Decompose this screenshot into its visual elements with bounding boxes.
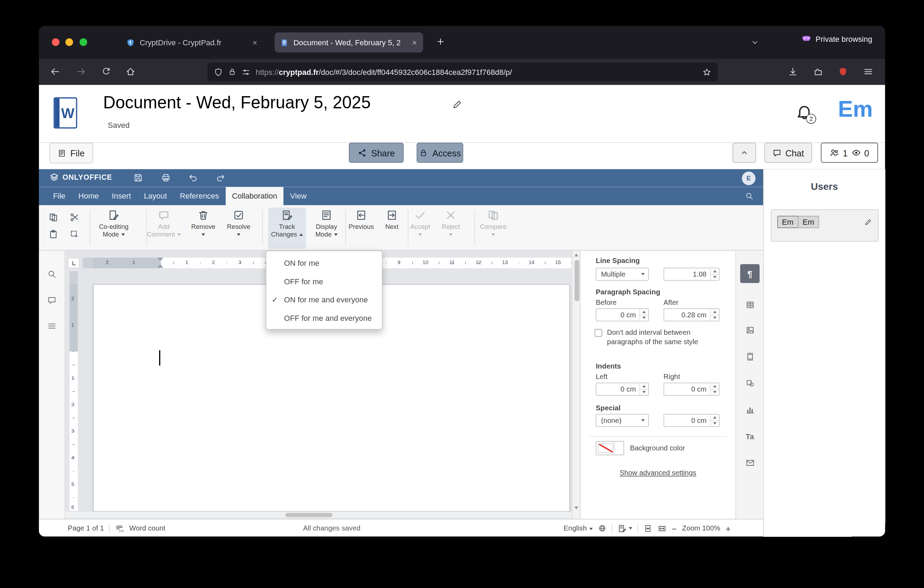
copy-icon[interactable]: [48, 212, 58, 222]
menu-tab-file[interactable]: File: [47, 187, 72, 205]
chat-button[interactable]: Chat: [764, 143, 812, 163]
navigation-headings-icon[interactable]: [47, 321, 56, 330]
track-menu-item[interactable]: OFF for me: [266, 273, 382, 291]
menu-tab-layout[interactable]: Layout: [137, 187, 173, 205]
add-comment-button[interactable]: Add Comment: [145, 208, 182, 238]
horizontal-scrollbar-thumb[interactable]: [285, 513, 332, 517]
chart-settings-tab[interactable]: [740, 401, 760, 419]
edit-users-pencil-icon[interactable]: [864, 218, 872, 226]
zoom-window-button[interactable]: [80, 38, 87, 46]
tab-close-icon[interactable]: [411, 40, 418, 46]
compare-button[interactable]: Compare: [475, 208, 512, 238]
indent-marker-left[interactable]: [157, 264, 163, 268]
file-menu-button[interactable]: File: [50, 143, 93, 164]
menu-tab-view[interactable]: View: [284, 187, 314, 205]
tab-stop-selector[interactable]: [68, 258, 80, 268]
find-icon[interactable]: [47, 269, 56, 279]
paste-icon[interactable]: [48, 229, 58, 239]
resolve-button[interactable]: Resolve: [220, 208, 257, 238]
user-tag[interactable]: Em: [777, 216, 798, 228]
reject-button[interactable]: Reject: [432, 208, 470, 238]
language-selector[interactable]: English: [564, 524, 593, 533]
line-spacing-select[interactable]: Multiple: [596, 268, 648, 281]
interval-checkbox-label[interactable]: Don't add interval betweenparagraphs of …: [607, 328, 698, 347]
notifications-bell-button[interactable]: 2: [795, 104, 818, 126]
lock-icon[interactable]: [228, 68, 236, 76]
app-menu-icon[interactable]: [863, 66, 873, 77]
indent-marker-first-line[interactable]: [157, 258, 163, 261]
coediting-mode-button[interactable]: Co-editing Mode: [95, 208, 133, 238]
spacing-after-stepper[interactable]: 0.28 cm: [663, 308, 719, 321]
spacing-before-stepper[interactable]: 0 cm: [596, 308, 648, 321]
menu-tab-insert[interactable]: Insert: [105, 187, 137, 205]
menu-tab-references[interactable]: References: [173, 187, 226, 205]
user-tag[interactable]: Em: [798, 216, 819, 228]
track-menu-item[interactable]: OFF for me and everyone: [266, 309, 382, 327]
header-footer-settings-tab[interactable]: [740, 348, 760, 366]
line-spacing-stepper[interactable]: 1.08: [663, 268, 719, 281]
new-tab-button[interactable]: [436, 37, 445, 46]
zoom-out-button[interactable]: −: [672, 523, 677, 533]
bookmark-star-icon[interactable]: [703, 68, 711, 76]
paragraph-settings-tab[interactable]: ¶: [740, 264, 760, 283]
share-button[interactable]: Share: [349, 143, 404, 163]
downloads-icon[interactable]: [788, 66, 798, 77]
user-counts-pill[interactable]: 1 0: [821, 143, 878, 163]
quick-save-icon[interactable]: [133, 173, 144, 183]
tab-document-active[interactable]: Document - Wed, February 5, 2: [275, 32, 423, 53]
forward-icon[interactable]: [76, 66, 86, 77]
comments-panel-icon[interactable]: [47, 296, 56, 305]
close-window-button[interactable]: [52, 38, 59, 46]
collapse-toolbar-button[interactable]: [733, 143, 756, 163]
image-settings-tab[interactable]: [740, 321, 760, 339]
scroll-up-arrow[interactable]: [574, 254, 578, 256]
advanced-settings-link[interactable]: Show advanced settings: [580, 469, 735, 477]
display-mode-button[interactable]: Display Mode: [308, 208, 345, 238]
vertical-scrollbar[interactable]: [573, 251, 580, 519]
table-settings-tab[interactable]: [740, 296, 760, 314]
permissions-icon[interactable]: [242, 68, 250, 76]
tracking-shield-icon[interactable]: [214, 68, 223, 76]
document-title[interactable]: Document - Wed, February 5, 2025: [103, 93, 370, 112]
ublock-icon[interactable]: [838, 66, 848, 77]
scroll-down-arrow[interactable]: [574, 507, 578, 509]
page-indicator[interactable]: Page 1 of 1: [68, 524, 104, 533]
track-changes-button[interactable]: Track Changes: [268, 208, 306, 249]
word-count-label[interactable]: Word count: [129, 524, 165, 533]
globe-icon[interactable]: [598, 524, 607, 533]
track-menu-item[interactable]: ✓ON for me and everyone: [266, 291, 382, 309]
home-icon[interactable]: [126, 66, 136, 77]
special-select[interactable]: (none): [596, 414, 648, 427]
account-avatar[interactable]: Em: [838, 97, 873, 122]
editor-search-icon[interactable]: [745, 192, 753, 200]
remove-button[interactable]: Remove: [185, 208, 222, 238]
tab-cryptdrive[interactable]: CryptDrive - CryptPad.fr: [121, 32, 264, 53]
edit-title-pencil-icon[interactable]: [452, 99, 463, 110]
minimize-window-button[interactable]: [66, 38, 73, 46]
fit-page-icon[interactable]: [644, 524, 652, 533]
undo-icon[interactable]: [188, 173, 198, 183]
fit-width-icon[interactable]: [658, 524, 667, 533]
list-all-tabs-icon[interactable]: [751, 38, 759, 47]
track-menu-item[interactable]: ON for me: [266, 254, 382, 273]
mail-merge-tab[interactable]: [740, 454, 760, 472]
reload-icon[interactable]: [101, 66, 111, 76]
url-text[interactable]: https://cryptpad.fr/doc/#/3/doc/edit/ff0…: [256, 68, 697, 76]
cut-icon[interactable]: [69, 212, 80, 222]
url-bar[interactable]: https://cryptpad.fr/doc/#/3/doc/edit/ff0…: [208, 62, 718, 81]
access-button[interactable]: Access: [417, 143, 464, 163]
extensions-icon[interactable]: [813, 66, 823, 77]
horizontal-scrollbar[interactable]: [65, 512, 572, 518]
back-icon[interactable]: [50, 66, 60, 77]
menu-tab-collaboration[interactable]: Collaboration: [226, 187, 284, 205]
menu-tab-home[interactable]: Home: [72, 187, 105, 205]
special-stepper[interactable]: 0 cm: [663, 414, 719, 427]
select-all-icon[interactable]: [69, 229, 80, 239]
track-changes-status-icon[interactable]: [617, 524, 632, 533]
shape-settings-tab[interactable]: [740, 375, 760, 392]
interval-checkbox[interactable]: [595, 329, 602, 337]
indent-right-stepper[interactable]: 0 cm: [663, 383, 719, 395]
zoom-level[interactable]: Zoom 100%: [682, 524, 720, 533]
tab-close-icon[interactable]: [252, 40, 258, 46]
vertical-scrollbar-thumb[interactable]: [574, 260, 579, 301]
